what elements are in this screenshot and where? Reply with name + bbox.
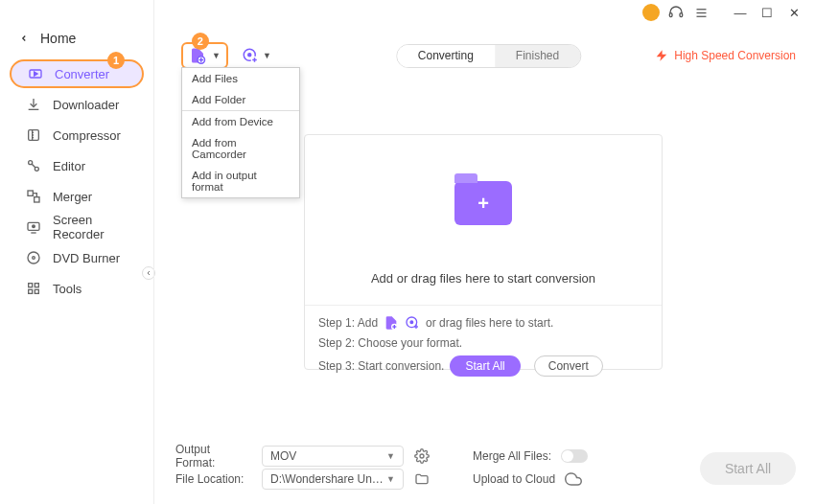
add-files-button[interactable]: 2 ▼ (181, 42, 228, 69)
add-disc-mini-icon (405, 315, 420, 331)
merge-label: Merge All Files: (473, 449, 551, 463)
add-file-mini-icon (384, 315, 399, 331)
home-label[interactable]: Home (40, 31, 76, 46)
sidebar-item-label: Merger (53, 190, 92, 204)
svg-marker-30 (657, 50, 667, 61)
start-all-main-button[interactable]: Start All (700, 452, 796, 485)
back-icon[interactable] (19, 34, 29, 43)
screen-recorder-icon (26, 219, 41, 235)
svg-rect-21 (35, 289, 38, 293)
add-dvd-button[interactable]: ▼ (242, 47, 271, 64)
convert-button[interactable]: Convert (534, 355, 603, 377)
step-3: Step 3: Start conversion. Start All Conv… (318, 355, 648, 377)
sidebar-item-label: Downloader (53, 98, 119, 112)
svg-point-35 (410, 321, 413, 324)
dropdown-item-add-output-format[interactable]: Add in output format (182, 165, 299, 197)
sidebar-item-label: Screen Recorder (53, 213, 128, 241)
file-location-select[interactable]: D:\Wondershare UniConverter 1 ▼ (262, 469, 404, 490)
dropzone-text: Add or drag files here to start conversi… (305, 271, 662, 286)
svg-point-16 (28, 252, 39, 263)
svg-rect-18 (29, 284, 33, 287)
svg-line-10 (32, 164, 35, 168)
merger-icon (26, 189, 41, 204)
status-tabs: Converting Finished (396, 44, 581, 68)
merge-toggle[interactable] (561, 449, 588, 463)
tab-finished[interactable]: Finished (495, 45, 580, 67)
sidebar: Home 1 Converter Downloader Compressor E… (0, 0, 153, 504)
file-location-label: File Location: (175, 472, 252, 486)
svg-point-38 (420, 454, 424, 458)
converter-icon (28, 66, 43, 81)
chevron-down-icon: ▼ (263, 51, 271, 60)
main-panel: 2 ▼ ▼ Converting Finished High Speed Con… (153, 0, 815, 504)
sidebar-item-label: Converter (55, 67, 109, 81)
badge-2: 2 (192, 33, 209, 50)
step-2: Step 2: Choose your format. (318, 336, 648, 350)
start-all-button[interactable]: Start All (450, 355, 520, 377)
sidebar-item-label: Tools (53, 282, 82, 296)
plus-icon: + (477, 193, 489, 215)
sidebar-item-editor[interactable]: Editor (10, 151, 144, 180)
output-format-label: Output Format: (175, 443, 252, 470)
bottombar: Output Format: MOV ▼ Merge All Files: Fi… (175, 445, 796, 491)
svg-rect-11 (28, 191, 33, 195)
svg-point-26 (248, 54, 251, 57)
open-folder-icon[interactable] (413, 470, 431, 488)
dropzone-steps: Step 1: Add or drag files here to start.… (305, 305, 662, 377)
add-files-dropdown: Add Files Add Folder Add from Device Add… (181, 67, 300, 198)
sidebar-item-screen-recorder[interactable]: Screen Recorder (10, 213, 144, 241)
dropzone-illustration: + (305, 135, 662, 271)
dropdown-item-add-camcorder[interactable]: Add from Camcorder (182, 132, 299, 165)
dropdown-item-add-device[interactable]: Add from Device (182, 110, 299, 132)
sidebar-item-merger[interactable]: Merger (10, 182, 144, 211)
chevron-down-icon: ▼ (386, 451, 395, 461)
sidebar-item-label: DVD Burner (53, 251, 120, 265)
tab-converting[interactable]: Converting (397, 45, 495, 67)
settings-icon[interactable] (413, 447, 431, 465)
svg-rect-20 (29, 289, 33, 293)
dropdown-item-add-files[interactable]: Add Files (182, 68, 299, 89)
svg-rect-19 (35, 284, 38, 287)
svg-marker-6 (35, 72, 37, 76)
output-format-select[interactable]: MOV ▼ (262, 446, 404, 467)
svg-point-17 (33, 257, 35, 260)
upload-label: Upload to Cloud (473, 472, 555, 486)
dropdown-item-add-folder[interactable]: Add Folder (182, 89, 299, 110)
svg-point-14 (33, 225, 35, 228)
disc-icon (242, 47, 259, 64)
cloud-icon[interactable] (565, 470, 582, 488)
compressor-icon (26, 127, 41, 143)
svg-rect-12 (35, 197, 39, 202)
dvd-burner-icon (26, 250, 41, 265)
sidebar-item-tools[interactable]: Tools (10, 274, 144, 303)
sidebar-item-label: Compressor (53, 128, 121, 143)
chevron-down-icon: ▼ (386, 474, 395, 484)
lightning-icon (655, 49, 668, 62)
high-speed-conversion[interactable]: High Speed Conversion (655, 49, 796, 62)
sidebar-item-downloader[interactable]: Downloader (10, 90, 144, 119)
downloader-icon (26, 97, 41, 112)
sidebar-item-label: Editor (53, 159, 85, 173)
sidebar-item-converter[interactable]: 1 Converter (10, 59, 144, 88)
sidebar-item-compressor[interactable]: Compressor (10, 121, 144, 149)
badge-1: 1 (107, 52, 125, 69)
home-row: Home (0, 27, 153, 57)
editor-icon (26, 158, 41, 173)
step-1: Step 1: Add or drag files here to start. (318, 315, 648, 331)
sidebar-item-dvd-burner[interactable]: DVD Burner (10, 243, 144, 272)
tools-icon (26, 281, 41, 296)
high-speed-label: High Speed Conversion (674, 49, 796, 62)
dropzone[interactable]: + Add or drag files here to start conver… (304, 134, 663, 370)
toolbar: 2 ▼ ▼ Converting Finished High Speed Con… (181, 42, 796, 69)
chevron-down-icon: ▼ (212, 51, 221, 60)
